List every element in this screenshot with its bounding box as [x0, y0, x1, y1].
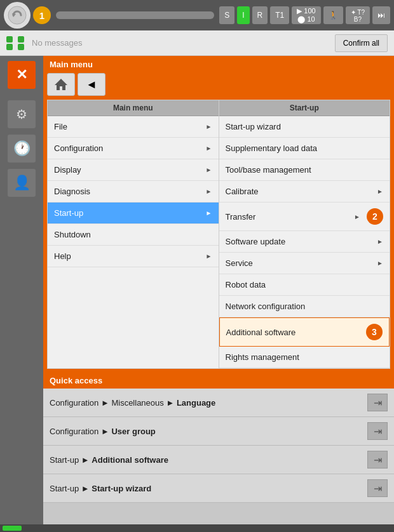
- nav-buttons: ◄: [47, 73, 390, 96]
- menu-calibrate[interactable]: Calibrate►: [219, 181, 390, 203]
- logo-icon: [4, 2, 31, 29]
- svg-marker-2: [55, 79, 67, 90]
- indicator-4: [18, 44, 24, 50]
- menu-diagnosis[interactable]: Diagnosis►: [48, 181, 219, 203]
- startup-col: Start-up Start-up wizard Supplementary l…: [219, 100, 390, 368]
- menu-rights-management[interactable]: Rights management: [219, 347, 390, 368]
- clock-icon[interactable]: 🕐: [8, 135, 36, 163]
- quick-item-startup-wizard[interactable]: Start-up ► Start-up wizard ⇥: [43, 474, 394, 503]
- additional-software-badge: 3: [366, 324, 383, 340]
- menu-shutdown[interactable]: Shutdown: [48, 224, 219, 246]
- btn-s[interactable]: S: [219, 6, 234, 24]
- menu-help[interactable]: Help►: [48, 246, 219, 267]
- menu-display[interactable]: Display►: [48, 159, 219, 181]
- indicator-1: [6, 36, 13, 43]
- btn-walk[interactable]: 🚶: [323, 6, 343, 24]
- quick-item-additional-software[interactable]: Start-up ► Additional software ⇥: [43, 446, 394, 474]
- back-button[interactable]: ◄: [78, 73, 105, 96]
- menu-panel-title: Main menu: [47, 60, 390, 69]
- step-badge: 1: [33, 6, 51, 24]
- menu-panel: Main menu ◄ Main menu File► Configuratio…: [43, 56, 394, 373]
- left-sidebar: ✕ ⚙ 🕐 👤: [0, 56, 43, 532]
- top-toolbar: 1 S I R T1 ▶ 100⬤ 10 🚶 ✦ T?B? ⏭: [0, 0, 394, 30]
- menu-configuration[interactable]: Configuration►: [48, 138, 219, 159]
- quick-item-btn-additional-software[interactable]: ⇥: [367, 451, 388, 469]
- menu-additional-software[interactable]: Additional software 3: [219, 317, 390, 347]
- svg-point-0: [8, 6, 26, 24]
- main-content: Main menu ◄ Main menu File► Configuratio…: [43, 56, 394, 532]
- menu-supplementary-load[interactable]: Supplementary load data: [219, 138, 390, 159]
- menu-robot-data[interactable]: Robot data: [219, 274, 390, 296]
- quick-item-btn-usergroup[interactable]: ⇥: [367, 422, 388, 440]
- menu-tool-base[interactable]: Tool/base management: [219, 159, 390, 181]
- indicator-3: [18, 36, 24, 43]
- quick-item-btn-language[interactable]: ⇥: [367, 394, 388, 411]
- menu-network-config[interactable]: Network configuration: [219, 296, 390, 317]
- quick-access-title: Quick access: [43, 373, 394, 389]
- quick-item-language[interactable]: Configuration ► Miscellaneous ► Language…: [43, 389, 394, 417]
- menu-startup[interactable]: Start-up►: [48, 203, 219, 224]
- message-text: No messages: [32, 38, 335, 48]
- btn-i[interactable]: I: [237, 6, 249, 24]
- close-button[interactable]: ✕: [8, 61, 36, 89]
- btn-settings[interactable]: ✦ T?B?: [346, 6, 370, 24]
- btn-skip[interactable]: ⏭: [372, 6, 390, 24]
- menu-software-update[interactable]: Software update►: [219, 231, 390, 253]
- menu-startup-wizard[interactable]: Start-up wizard: [219, 116, 390, 138]
- btn-t1[interactable]: T1: [270, 6, 289, 24]
- status-indicator: [3, 526, 22, 531]
- home-button[interactable]: [47, 73, 75, 96]
- menu-file[interactable]: File►: [48, 116, 219, 138]
- confirm-all-button[interactable]: Confirm all: [335, 34, 388, 52]
- transfer-badge: 2: [367, 208, 383, 225]
- quick-item-usergroup[interactable]: Configuration ► User group ⇥: [43, 417, 394, 446]
- btn-play[interactable]: ▶ 100⬤ 10: [292, 6, 320, 24]
- menu-transfer[interactable]: Transfer ► 2: [219, 203, 390, 231]
- bottom-bar: [0, 524, 394, 532]
- quick-access: Quick access Configuration ► Miscellaneo…: [43, 373, 394, 532]
- indicator-2: [6, 44, 13, 50]
- col1-header: Main menu: [48, 100, 219, 116]
- progress-bar: [56, 11, 214, 19]
- col2-header: Start-up: [219, 100, 390, 116]
- menu-columns: Main menu File► Configuration► Display► …: [47, 100, 390, 369]
- main-menu-col: Main menu File► Configuration► Display► …: [48, 100, 219, 368]
- quick-item-btn-startup-wizard[interactable]: ⇥: [367, 479, 388, 497]
- btn-r[interactable]: R: [252, 6, 268, 24]
- gear-icon[interactable]: ⚙: [8, 100, 36, 128]
- user-icon[interactable]: 👤: [8, 169, 36, 197]
- message-bar: No messages Confirm all: [0, 30, 394, 56]
- menu-service[interactable]: Service►: [219, 253, 390, 274]
